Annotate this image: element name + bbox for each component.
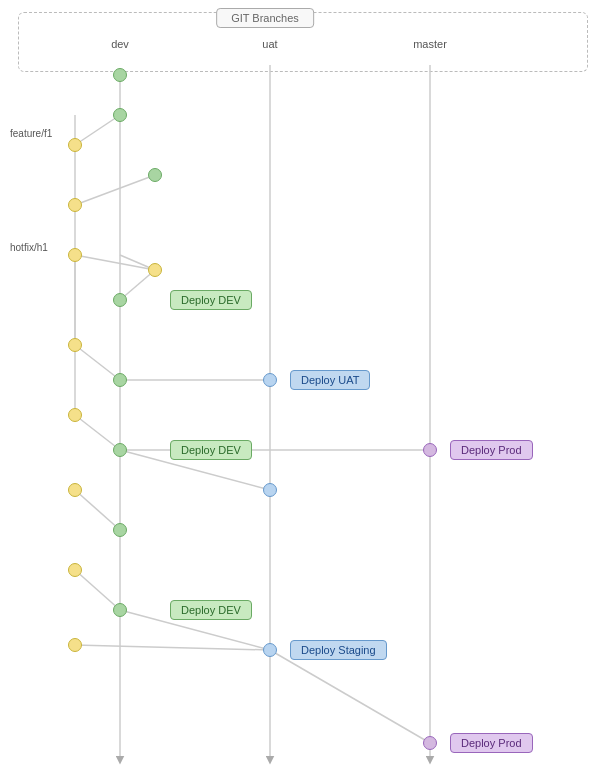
node-feat5 xyxy=(68,483,82,497)
git-branches-label: GIT Branches xyxy=(216,8,314,28)
node-dev2 xyxy=(113,108,127,122)
svg-line-10 xyxy=(75,415,120,450)
deploy-prod-box-1[interactable]: Deploy Prod xyxy=(450,440,533,460)
node-uat1 xyxy=(263,373,277,387)
svg-line-9 xyxy=(75,345,120,380)
node-uat2 xyxy=(263,483,277,497)
node-hot1 xyxy=(68,248,82,262)
deploy-uat-box-1[interactable]: Deploy UAT xyxy=(290,370,370,390)
node-feat6 xyxy=(68,563,82,577)
node-uat3 xyxy=(263,643,277,657)
node-dev3 xyxy=(148,168,162,182)
node-feat3 xyxy=(68,338,82,352)
branch-label-uat: uat xyxy=(262,38,277,50)
hotfix-h1-label: hotfix/h1 xyxy=(10,242,48,253)
node-dev8 xyxy=(113,603,127,617)
node-master2 xyxy=(423,736,437,750)
feature-f1-label: feature/f1 xyxy=(10,128,52,139)
svg-line-4 xyxy=(75,115,120,145)
branch-label-master: master xyxy=(413,38,447,50)
node-dev5 xyxy=(113,373,127,387)
node-dev6 xyxy=(113,443,127,457)
node-dev7 xyxy=(113,523,127,537)
svg-line-12 xyxy=(75,570,120,610)
node-feat2 xyxy=(68,198,82,212)
node-feat4 xyxy=(68,408,82,422)
node-feat7 xyxy=(68,638,82,652)
node-master1 xyxy=(423,443,437,457)
node-hot2 xyxy=(148,263,162,277)
node-feat1 xyxy=(68,138,82,152)
deploy-dev-box-1[interactable]: Deploy DEV xyxy=(170,290,252,310)
deploy-prod-box-2[interactable]: Deploy Prod xyxy=(450,733,533,753)
deploy-dev-box-2[interactable]: Deploy DEV xyxy=(170,440,252,460)
svg-line-13 xyxy=(75,645,270,650)
svg-line-18 xyxy=(270,650,430,743)
deploy-dev-box-3[interactable]: Deploy DEV xyxy=(170,600,252,620)
svg-line-11 xyxy=(75,490,120,530)
deploy-staging-box-1[interactable]: Deploy Staging xyxy=(290,640,387,660)
svg-line-5 xyxy=(75,175,155,205)
node-dev4 xyxy=(113,293,127,307)
git-diagram: GIT Branches dev uat master xyxy=(0,0,607,766)
svg-line-7 xyxy=(75,255,155,270)
branch-label-dev: dev xyxy=(111,38,129,50)
node-dev1 xyxy=(113,68,127,82)
